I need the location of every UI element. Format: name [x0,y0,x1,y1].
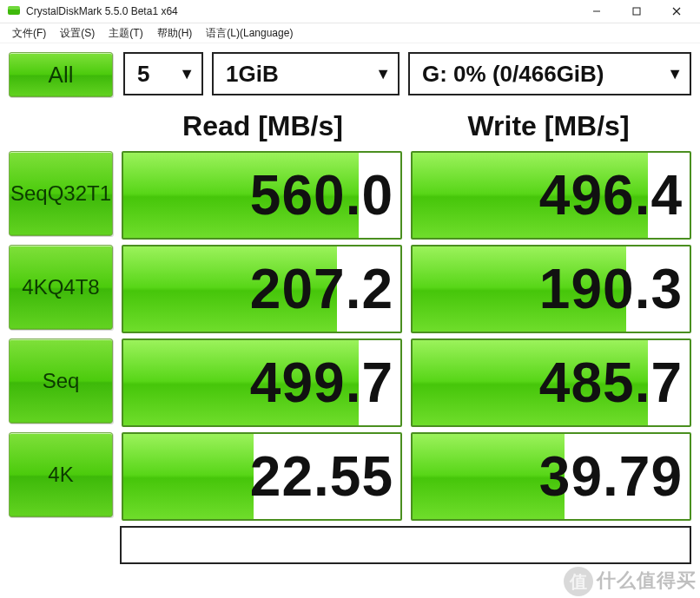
progress-bar [123,434,254,519]
svg-rect-1 [8,6,20,10]
result-row: 4K22.5539.79 [9,432,691,517]
drive-value: G: 0% (0/466GiB) [422,61,667,88]
result-row: SeqQ32T1560.0496.4 [9,151,691,236]
svg-rect-3 [633,8,640,15]
watermark-icon: 值 [564,567,593,596]
read-value: 499.7 [250,351,393,415]
menu-theme[interactable]: 主题(T) [102,24,149,43]
window-title: CrystalDiskMark 5.5.0 Beta1 x64 [26,5,577,17]
watermark: 值什么值得买 [564,567,697,596]
test-button-2[interactable]: Seq [9,338,113,424]
read-value: 207.2 [250,257,393,321]
maximize-button[interactable] [617,0,657,23]
result-row: Seq499.7485.7 [9,338,691,424]
footer-input[interactable] [120,526,691,564]
size-value: 1GiB [226,61,375,88]
app-icon [7,4,21,18]
write-value: 496.4 [539,163,683,227]
read-cell: 207.2 [122,245,402,333]
test-button-1[interactable]: 4KQ4T8 [9,245,113,330]
watermark-text: 什么值得买 [597,569,697,591]
header-read: Read [MB/s] [120,110,406,142]
chevron-down-icon: ▼ [179,65,195,83]
size-select[interactable]: 1GiB ▼ [212,52,400,95]
test-button-3[interactable]: 4K [9,432,113,517]
titlebar: CrystalDiskMark 5.5.0 Beta1 x64 [0,0,700,23]
write-cell: 496.4 [411,151,691,240]
run-all-button[interactable]: All [9,52,113,97]
read-cell: 22.55 [122,432,402,521]
header-write: Write [MB/s] [406,110,691,142]
read-value: 560.0 [250,163,393,227]
chevron-down-icon: ▼ [375,65,391,83]
header-row: Read [MB/s] Write [MB/s] [9,101,691,151]
menu-file[interactable]: 文件(F) [5,24,53,43]
write-value: 485.7 [539,351,683,415]
result-row: 4KQ4T8207.2190.3 [9,245,691,330]
test-button-0[interactable]: SeqQ32T1 [9,151,113,236]
write-cell: 39.79 [411,432,691,521]
read-cell: 560.0 [122,151,402,240]
write-cell: 190.3 [411,245,691,333]
write-cell: 485.7 [411,338,691,427]
drive-select[interactable]: G: 0% (0/466GiB) ▼ [408,52,691,95]
close-button[interactable] [657,0,697,23]
runs-select[interactable]: 5 ▼ [123,52,203,95]
menu-language[interactable]: 语言(L)(Language) [199,24,300,43]
chevron-down-icon: ▼ [667,65,683,83]
write-value: 190.3 [539,257,683,321]
minimize-button[interactable] [577,0,617,23]
runs-value: 5 [137,61,179,88]
menu-help[interactable]: 帮助(H) [150,24,200,43]
menubar: 文件(F) 设置(S) 主题(T) 帮助(H) 语言(L)(Language) [0,23,700,43]
read-value: 22.55 [250,444,393,509]
read-cell: 499.7 [122,338,402,427]
menu-settings[interactable]: 设置(S) [53,24,102,43]
write-value: 39.79 [539,444,683,509]
